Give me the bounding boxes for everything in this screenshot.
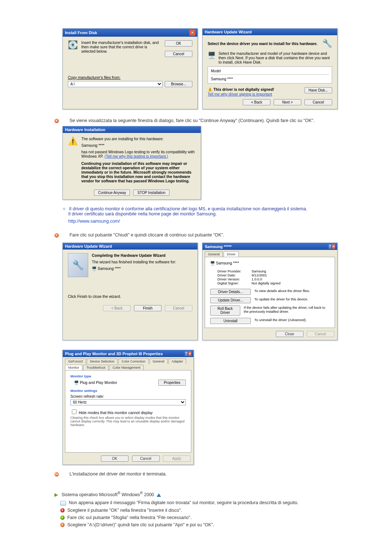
rollback-driver-button[interactable]: Roll Back Driver (210, 305, 240, 316)
path-select[interactable]: A:\ (68, 81, 163, 87)
back-button: < Back (103, 305, 131, 311)
hardware-installation-dialog: Hardware Installation ⚠️ The software yo… (62, 126, 201, 200)
bold-warning: Continuing your installation of this sof… (81, 161, 191, 183)
back-button[interactable]: < Back (243, 99, 270, 105)
close-button[interactable]: Close (276, 331, 303, 337)
warn-text: This driver is not digitally signed! (213, 87, 274, 92)
samsung-url[interactable]: http://www.samsung.com/ (68, 219, 120, 224)
warn-link[interactable]: Tell me why driver signing is important (208, 92, 272, 96)
step9-text: Fare clic sul pulsante "Chiudi" e quindi… (69, 232, 224, 238)
completing-heading: Completing the Hardware Update Wizard (92, 253, 166, 258)
completing-wizard-dialog: Hardware Update Wizard 🔧 Completing the … (62, 243, 198, 340)
snowflake-icon: ✳ (62, 207, 66, 211)
refresh-rate-select[interactable]: 60 Hertz (70, 399, 186, 405)
hw-update-select-dialog: Hardware Update Wizard Select the device… (202, 28, 338, 109)
update-driver-button[interactable]: Update Driver... (210, 297, 251, 303)
section-monitor-settings: Monitor settings (70, 389, 186, 393)
step8-text: Se viene visualizzata la seguente finest… (69, 118, 314, 123)
help-icon[interactable]: ? (185, 351, 188, 356)
w2k-1: Scegliere il pulsante "OK" nella finestr… (67, 508, 182, 513)
continue-anyway-button[interactable]: Continue Anyway (94, 190, 130, 196)
step10-text: L'installazione del driver del monitor è… (69, 471, 167, 477)
close-icon[interactable]: × (188, 351, 191, 356)
instruction-text: Insert the manufacturer's installation d… (81, 40, 161, 57)
step-marker-8: 8 (54, 119, 59, 123)
w2k-intro: Non appena appare il messaggio "Firma di… (69, 500, 298, 505)
copy-from-label: Copy manufacturer's files from: (68, 75, 192, 80)
close-icon[interactable]: × (189, 30, 195, 36)
have-disk-button[interactable]: Have Disk... (305, 87, 332, 93)
ok-button[interactable]: OK (165, 40, 192, 46)
os-pre: Sistema operativo Microsoft (61, 492, 117, 497)
hide-modes-desc: Clearing this check box allows you to se… (70, 416, 186, 427)
monitor-properties-dialog: Plug and Play Monitor and 3D Prophet III… (62, 350, 194, 465)
refresh-label: Screen refresh rate: (70, 394, 186, 398)
cancel-button[interactable]: Cancel (165, 51, 192, 57)
cancel-button: Cancel (307, 331, 334, 337)
w2k-2: Fare clic sul pulsante "Sfoglia" nella f… (67, 515, 191, 520)
cancel-button[interactable]: Cancel (132, 455, 160, 462)
dialog-title: Samsung ***** (205, 244, 232, 249)
w2k-3: Scegliere "A:\(D:\driver)" quindi fare c… (67, 522, 214, 527)
hide-modes-label: Hide modes that this monitor cannot disp… (79, 410, 153, 415)
cancel-button[interactable]: Cancel (305, 99, 332, 105)
wizard-heading: Select the device driver you want to ins… (208, 41, 318, 46)
monitor-type-value: Plug and Play Monitor (80, 380, 117, 385)
top-arrow-icon[interactable] (157, 493, 161, 497)
cancel-button: Cancel (165, 305, 192, 311)
driver-properties-dialog: Samsung ***** ?× General Driver 🖥️ Samsu… (202, 243, 338, 340)
close-icon[interactable]: × (332, 244, 335, 249)
model-value: Samsung **** (211, 77, 329, 81)
stop-installation-button[interactable]: STOP Installation (133, 190, 169, 196)
step-marker-10: 10 (54, 472, 59, 477)
dialog-title: Hardware Installation (65, 127, 105, 132)
model-label: Model (211, 69, 329, 73)
browse-button[interactable]: Browse... (165, 81, 192, 87)
driver-details-button[interactable]: Driver Details... (210, 289, 251, 295)
arrow-bullet-icon (54, 493, 58, 497)
section-monitor-type: Monitor type (70, 374, 186, 378)
driver-note-2: Il driver certificato sarà disponibile n… (68, 211, 217, 216)
hide-modes-checkbox[interactable] (72, 409, 77, 414)
ok-button[interactable]: OK (101, 455, 128, 462)
tab-trouble[interactable]: Troubleshoot (83, 365, 109, 370)
os-mid: Windows (122, 492, 140, 497)
tab-general[interactable]: General (205, 251, 223, 257)
tab-devsel[interactable]: Device Selection (87, 358, 118, 364)
tab-driver[interactable]: Driver (224, 251, 239, 257)
os-post: 2000 (144, 492, 154, 497)
line2-link[interactable]: (Tell me why this testing is important.) (105, 154, 168, 158)
device-name: Samsung **** (81, 143, 196, 147)
step-marker-3: 3 (60, 523, 65, 527)
tab-adapter[interactable]: Adapter (168, 358, 187, 364)
step-marker-2: 2 (60, 515, 65, 520)
tab-monitor[interactable]: Monitor (65, 365, 82, 370)
help-icon[interactable]: ? (328, 244, 331, 249)
tab-colorcorr[interactable]: Color Correction (118, 358, 149, 364)
apply-button: Apply (163, 455, 191, 462)
line1: The software you are installing for this… (81, 137, 196, 141)
tab-geforce[interactable]: GeForce3 (65, 358, 86, 364)
dialog-title: Hardware Update Wizard (65, 244, 112, 248)
driver-note-1: Il driver di questo monitor è conforme a… (69, 206, 307, 211)
wizard-hint: Select the manufacturer and model of you… (219, 51, 332, 64)
device-name: Samsung **** (216, 261, 239, 265)
completing-device: Samsung **** (98, 266, 121, 271)
finish-button[interactable]: Finish (134, 305, 162, 311)
properties-button[interactable]: Properties (158, 380, 186, 386)
dialog-title: Plug and Play Monitor and 3D Prophet III… (65, 352, 163, 356)
completing-sub: The wizard has finished installing the s… (92, 260, 176, 264)
dialog-title: Install From Disk (65, 31, 97, 35)
step-marker-1: 1 (60, 508, 65, 513)
note-icon (60, 501, 66, 506)
install-from-disk-dialog: Install From Disk × 💽 Insert the manufac… (62, 28, 198, 109)
step-marker-9: 9 (54, 233, 59, 238)
completing-footer: Click Finish to close the wizard. (68, 294, 192, 299)
tab-colormgmt[interactable]: Color Management (109, 365, 144, 370)
next-button[interactable]: Next > (274, 99, 301, 105)
dialog-title: Hardware Update Wizard (205, 30, 252, 34)
uninstall-button[interactable]: Uninstall (210, 318, 251, 324)
tab-general[interactable]: General (150, 358, 168, 364)
